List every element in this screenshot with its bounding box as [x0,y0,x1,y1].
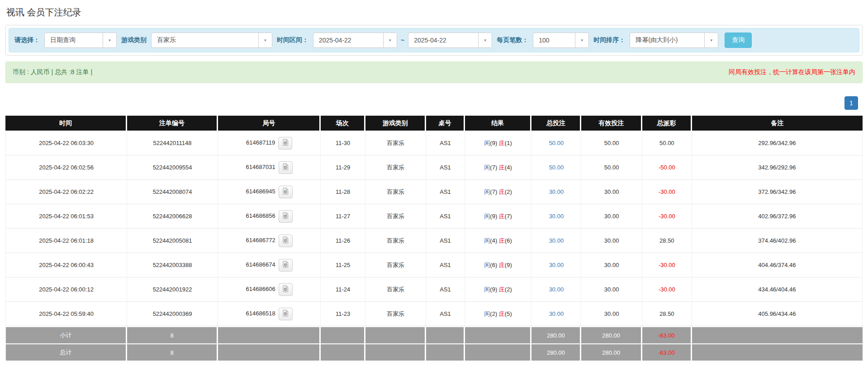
cell-time: 2025-04-22 06:01:53 [5,204,127,229]
header-total-bet: 总投注 [531,116,581,131]
cell-result: 闲(6) 庄(9) [465,253,532,277]
cell-time: 2025-04-22 06:02:22 [5,180,127,204]
cell-round-no: 614686606 [218,277,321,302]
cell-game-category: 百家乐 [365,131,427,155]
total-bet-link[interactable]: 30.00 [549,286,564,293]
cell-round-no: 614687119 [218,131,321,155]
cell-total-bet: 30.00 [531,204,581,229]
header-round-no: 局号 [218,116,321,131]
pagination: 1 [5,96,863,110]
cell-round-no: 614686674 [218,253,321,277]
result-banker: 庄(5) [499,310,512,317]
header-valid-bet: 有效投注 [581,116,642,131]
chevron-down-icon: ▼ [103,33,116,47]
total-bet-link[interactable]: 30.00 [549,213,564,220]
round-no-text: 614686856 [246,212,275,219]
query-type-value: 日期查询 [45,33,103,47]
search-button[interactable]: 查询 [725,33,752,48]
page-size-select[interactable]: 100 ▼ [533,33,589,48]
round-no-text: 614686945 [246,188,275,195]
video-replay-button[interactable] [279,210,293,223]
range-separator: ~ [401,37,404,44]
video-replay-button[interactable] [279,308,293,320]
cell-empty [365,343,427,361]
video-replay-icon [282,236,289,245]
total-bet-link[interactable]: 30.00 [549,262,564,268]
game-category-select[interactable]: 百家乐 ▼ [151,33,272,48]
video-replay-button[interactable] [279,259,293,272]
cell-total-bet: 30.00 [531,229,581,253]
cell-valid-bet: 30.00 [581,180,642,204]
video-replay-button[interactable] [279,186,293,198]
time-range-label: 时间区间： [277,36,308,44]
result-banker: 庄(6) [499,237,512,244]
cell-valid-bet: 30.00 [581,229,642,253]
video-replay-icon [282,163,289,172]
cell-remark: 405.96/434.46 [692,302,863,326]
header-table-no: 桌号 [426,116,465,131]
cell-session: 11-28 [321,180,365,204]
total-bet-link[interactable]: 50.00 [549,164,564,171]
cell-summary-count: 8 [127,343,218,361]
cell-empty [692,326,863,343]
cell-remark: 434.46/404.46 [692,277,863,302]
date-from-select[interactable]: 2025-04-22 ▼ [313,33,397,48]
video-replay-button[interactable] [279,235,293,247]
cell-session: 11-30 [321,131,365,155]
time-sort-label: 时间排序： [593,36,625,44]
video-replay-icon [282,310,289,318]
date-to-select[interactable]: 2025-04-22 ▼ [408,33,492,48]
total-bet-link[interactable]: 50.00 [549,140,564,146]
header-result: 结果 [465,116,532,131]
cell-session: 11-24 [321,277,365,302]
cell-valid-bet: 30.00 [581,253,642,277]
video-replay-button[interactable] [279,161,293,174]
cell-payout: -30.00 [642,277,692,302]
cell-payout: 28.50 [642,302,692,326]
cell-game-category: 百家乐 [365,155,427,180]
header-bet-no: 注单编号 [127,116,218,131]
cell-valid-bet: 50.00 [581,155,642,180]
result-player: 闲(7) [484,164,497,171]
summary-right-notice: 同局有效投注，统一计算在该局第一张注单内 [729,68,855,76]
result-player: 闲(9) [484,286,497,293]
header-game-category: 游戏类别 [365,116,427,131]
cell-time: 2025-04-22 06:03:30 [5,131,127,155]
cell-round-no: 614687031 [218,155,321,180]
page-1-button[interactable]: 1 [844,96,858,110]
cell-empty [321,326,365,343]
header-remark: 备注 [692,116,863,131]
total-bet-link[interactable]: 30.00 [549,188,564,195]
total-bet-link[interactable]: 30.00 [549,237,564,244]
cell-summary-total-bet: 280.00 [531,326,581,343]
cell-empty [321,343,365,361]
cell-session: 11-29 [321,155,365,180]
cell-empty [426,326,465,343]
game-category-label: 游戏类别 [121,36,147,44]
cell-payout: -30.00 [642,204,692,229]
round-no-text: 614686772 [246,237,275,244]
cell-remark: 404.46/374.46 [692,253,863,277]
page-title: 视讯 会员下注纪录 [6,6,863,19]
chevron-down-icon: ▼ [704,33,718,47]
total-bet-link[interactable]: 30.00 [549,310,564,317]
table-row: 2025-04-22 06:00:12522442001922614686606… [5,277,863,302]
cell-bet-no: 522442003388 [127,253,218,277]
round-no-text: 614687031 [246,164,275,170]
video-replay-button[interactable] [278,137,292,150]
video-replay-icon [282,188,289,196]
summary-bar: 币别 : 人民币 | 总共 :8 注单 | 同局有效投注，统一计算在该局第一张注… [5,61,863,83]
chevron-down-icon: ▼ [383,33,397,47]
query-type-select[interactable]: 日期查询 ▼ [44,33,117,48]
cell-bet-no: 522442009554 [127,155,218,180]
table-row: 2025-04-22 06:01:18522442005081614686772… [5,229,863,253]
video-replay-button[interactable] [279,283,293,296]
cell-game-category: 百家乐 [365,229,427,253]
result-banker: 庄(2) [499,286,512,293]
cell-bet-no: 522442011148 [127,131,218,155]
cell-valid-bet: 30.00 [581,204,642,229]
cell-result: 闲(9) 庄(7) [465,204,532,229]
time-sort-select[interactable]: 降幂(由大到小) ▼ [630,33,718,48]
result-banker: 庄(2) [499,188,512,195]
cell-result: 闲(7) 庄(4) [465,155,532,180]
